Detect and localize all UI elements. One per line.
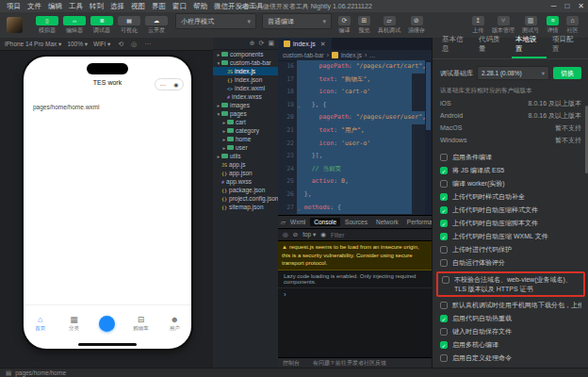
breadcrumb-item[interactable]: custom-tab-bar: [283, 52, 324, 58]
clear-console-icon[interactable]: ⊘: [293, 231, 298, 238]
console-prompt[interactable]: ›: [278, 288, 432, 301]
option-row[interactable]: 编译 worker(实验): [440, 179, 581, 188]
tree-item-sitemap.json[interactable]: {}sitemap.json: [213, 203, 278, 211]
checkbox[interactable]: [440, 154, 448, 161]
more-icon[interactable]: ⋯: [144, 41, 151, 48]
option-row[interactable]: 键入时自动保存文件: [440, 327, 581, 336]
detail-tab-代码质量[interactable]: 代码质量: [475, 31, 510, 58]
detail-tab-项目配置[interactable]: 项目配置: [548, 31, 583, 58]
tree-item-category[interactable]: ▸category: [213, 126, 278, 135]
close-button[interactable]: ✕: [578, 2, 584, 10]
checkbox[interactable]: [440, 302, 448, 309]
action-真机调试[interactable]: ▱真机调试: [378, 16, 400, 35]
option-row[interactable]: 启用自定义处理命令: [440, 353, 581, 363]
mode-select[interactable]: 小程序模式▾: [175, 13, 256, 29]
maximize-button[interactable]: □: [564, 2, 569, 10]
screenshot-icon[interactable]: ◎: [131, 41, 137, 48]
option-row[interactable]: ✓上传代码时样式自动补全: [440, 192, 581, 202]
breadcrumb-item[interactable]: index.js: [341, 52, 362, 58]
option-row[interactable]: ✓上传代码时自动压缩脚本文件: [440, 219, 581, 228]
tree-item-app.json[interactable]: {}app.json: [213, 169, 278, 177]
checkbox[interactable]: [440, 328, 448, 336]
checkbox[interactable]: ✓: [440, 206, 448, 214]
checkbox[interactable]: [440, 259, 448, 267]
option-row[interactable]: ✓将 JS 编译成 ES5: [440, 166, 581, 175]
menu-item[interactable]: 项目: [7, 2, 21, 11]
tree-item-cart[interactable]: ▸cart: [213, 118, 278, 126]
action-编译[interactable]: ⟳编译: [338, 16, 351, 35]
menu-item[interactable]: 文件: [27, 2, 41, 11]
device-icon[interactable]: ▱: [281, 219, 286, 226]
tree-item-utils[interactable]: ▸utils: [213, 152, 278, 160]
compile-mode-select[interactable]: 普通编译▾: [262, 13, 332, 29]
toolbar-panel-模拟器[interactable]: ▯模拟器: [36, 16, 58, 35]
toolbar-panel-可视化[interactable]: ▤可视化: [118, 16, 140, 35]
action-清缓存[interactable]: ⊘清缓存: [408, 16, 425, 35]
option-no-domain-check[interactable]: 不校验合法域名、web-view(业务域名)、TLS 版本以及 HTTPS 证书: [442, 275, 580, 293]
minimize-button[interactable]: ─: [551, 2, 557, 10]
collapse-icon[interactable]: ▣: [268, 40, 274, 47]
option-row[interactable]: ✓启用多核心编译: [440, 340, 581, 350]
menu-item[interactable]: 帮助: [193, 2, 207, 11]
editor-tab-indexjs[interactable]: index.js ✕: [278, 38, 332, 50]
menu-item[interactable]: 选择: [110, 2, 124, 11]
network-select[interactable]: WiFi ▾: [93, 41, 110, 48]
option-row[interactable]: ✓启用代码自动热重载: [440, 314, 581, 323]
tree-item-index.json[interactable]: {}index.json: [213, 75, 278, 84]
tree-item-app.js[interactable]: JSapp.js: [213, 160, 278, 169]
avatar[interactable]: [7, 17, 23, 33]
tree-item-home[interactable]: ▸home: [213, 135, 278, 143]
checkbox[interactable]: ✓: [440, 315, 448, 322]
phone-tab-用户[interactable]: ☻用户: [157, 305, 191, 341]
checkbox[interactable]: ✓: [440, 167, 448, 174]
eye-icon[interactable]: ◉: [320, 231, 326, 238]
context-select[interactable]: top ▾: [302, 231, 316, 238]
minimap[interactable]: [425, 60, 432, 215]
checkbox[interactable]: [440, 246, 448, 254]
option-row[interactable]: 默认真机调试时使用手机网络下载分包，上报错误信息: [440, 301, 581, 310]
checkbox[interactable]: ✓: [440, 341, 448, 349]
tree-item-images[interactable]: ▸images: [213, 101, 278, 109]
checkbox[interactable]: ✓: [440, 193, 448, 201]
close-icon[interactable]: ✕: [320, 41, 326, 48]
toolbar-panel-云开发[interactable]: ☁云开发: [145, 16, 168, 35]
menu-item[interactable]: 转到: [90, 2, 104, 11]
action-预览[interactable]: ⊞预览: [358, 16, 370, 35]
tree-item-index.wxml[interactable]: <>index.wxml: [213, 84, 278, 92]
debugger-tab-network[interactable]: Network: [372, 218, 402, 226]
device-select[interactable]: iPhone 14 Pro Max ▾: [5, 41, 61, 48]
phone-tab[interactable]: [90, 305, 124, 341]
phone-tab-首页[interactable]: ⌂首页: [24, 305, 57, 341]
menu-item[interactable]: 界面: [152, 2, 166, 11]
option-row[interactable]: ✓上传代码时自动压缩样式文件: [440, 205, 581, 215]
miniprogram-capsule[interactable]: ⋯◉: [155, 78, 184, 90]
checkbox[interactable]: ✓: [440, 220, 448, 227]
checkbox[interactable]: ✓: [440, 233, 448, 240]
option-row[interactable]: 自动运行体验评分: [440, 258, 581, 268]
phone-tab-购物车[interactable]: ⊟购物车: [124, 305, 158, 341]
tree-item-components[interactable]: ▸components: [213, 50, 278, 58]
filter-input[interactable]: Filter: [331, 232, 344, 238]
debugger-tab-console[interactable]: Console: [310, 218, 340, 226]
menu-item[interactable]: 窗口: [172, 2, 187, 11]
debugger-tab-wxml[interactable]: Wxml: [286, 218, 309, 226]
center-action-button[interactable]: [99, 316, 115, 332]
refresh-icon[interactable]: ⟳: [259, 40, 265, 47]
menu-item[interactable]: 工具: [69, 2, 83, 11]
breadcrumb-item[interactable]: …: [369, 52, 376, 58]
fold-icon[interactable]: ⌄: [297, 202, 301, 215]
toolbar-panel-编辑器[interactable]: ‹›编辑器: [63, 16, 86, 35]
rotate-icon[interactable]: ⟲: [118, 41, 123, 48]
console-footer-tip[interactable]: 有问题？前往开发者社区反馈: [313, 359, 386, 368]
tree-item-project.config.json[interactable]: {}project.config.json: [213, 194, 278, 203]
new-file-icon[interactable]: ⊕: [250, 40, 255, 47]
tree-item-app.wxss[interactable]: #app.wxss: [213, 177, 278, 186]
checkbox[interactable]: [442, 276, 449, 284]
tree-item-index.wxss[interactable]: #index.wxss: [213, 92, 278, 101]
tree-item-user[interactable]: ▸user: [213, 143, 278, 152]
detail-tab-基本信息[interactable]: 基本信息: [438, 31, 473, 58]
tree-item-custom-tab-bar[interactable]: ▾custom-tab-bar: [213, 58, 278, 67]
option-row[interactable]: 启用条件编译: [440, 153, 581, 162]
code-area[interactable]: 16 pagePath: "/pages/cart/cart",17 text:…: [278, 60, 432, 215]
toolbar-panel-调试器[interactable]: ≣调试器: [90, 16, 113, 35]
